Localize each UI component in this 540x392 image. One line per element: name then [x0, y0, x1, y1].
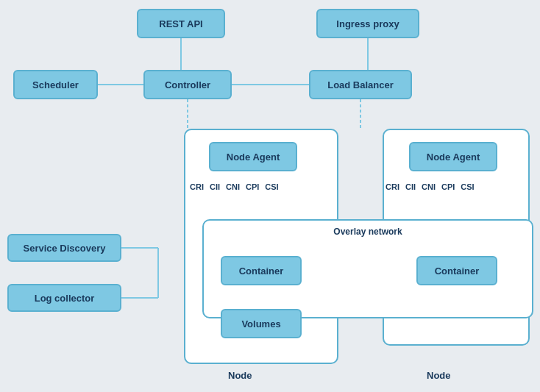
- controller-box: Controller: [143, 70, 232, 99]
- node-left-label: Node: [228, 370, 252, 381]
- scheduler-box: Scheduler: [13, 70, 98, 99]
- overlay-network-label: Overlay network: [333, 227, 402, 237]
- ingress-proxy-box: Ingress proxy: [316, 9, 419, 38]
- volumes-box: Volumes: [221, 309, 302, 338]
- cri-labels-left: CRI CII CNI CPI CSI: [190, 182, 279, 191]
- log-collector-box: Log collector: [7, 284, 121, 312]
- cri-labels-right: CRI CII CNI CPI CSI: [386, 182, 475, 191]
- node-agent-left-box: Node Agent: [209, 142, 297, 171]
- architecture-diagram: REST API Ingress proxy Scheduler Control…: [0, 0, 540, 392]
- load-balancer-box: Load Balancer: [309, 70, 412, 99]
- container-left-box: Container: [221, 256, 302, 285]
- container-right-box: Container: [416, 256, 497, 285]
- node-right-label: Node: [427, 370, 451, 381]
- service-discovery-box: Service Discovery: [7, 234, 121, 262]
- rest-api-box: REST API: [137, 9, 225, 38]
- node-agent-right-box: Node Agent: [409, 142, 497, 171]
